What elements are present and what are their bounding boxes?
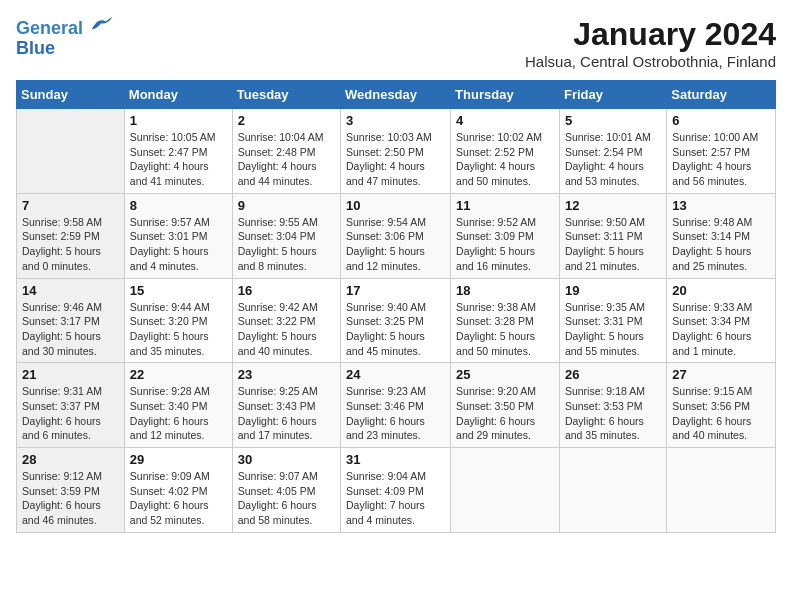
calendar-cell: 10Sunrise: 9:54 AM Sunset: 3:06 PM Dayli… xyxy=(341,193,451,278)
day-info: Sunrise: 9:23 AM Sunset: 3:46 PM Dayligh… xyxy=(346,384,445,443)
day-info: Sunrise: 9:57 AM Sunset: 3:01 PM Dayligh… xyxy=(130,215,227,274)
calendar-cell xyxy=(451,448,560,533)
calendar-cell: 29Sunrise: 9:09 AM Sunset: 4:02 PM Dayli… xyxy=(124,448,232,533)
day-info: Sunrise: 10:01 AM Sunset: 2:54 PM Daylig… xyxy=(565,130,661,189)
calendar-cell: 22Sunrise: 9:28 AM Sunset: 3:40 PM Dayli… xyxy=(124,363,232,448)
day-number: 6 xyxy=(672,113,770,128)
weekday-header-row: SundayMondayTuesdayWednesdayThursdayFrid… xyxy=(17,81,776,109)
calendar-table: SundayMondayTuesdayWednesdayThursdayFrid… xyxy=(16,80,776,533)
day-info: Sunrise: 9:15 AM Sunset: 3:56 PM Dayligh… xyxy=(672,384,770,443)
day-number: 17 xyxy=(346,283,445,298)
day-number: 25 xyxy=(456,367,554,382)
calendar-cell xyxy=(559,448,666,533)
weekday-header-monday: Monday xyxy=(124,81,232,109)
day-info: Sunrise: 9:31 AM Sunset: 3:37 PM Dayligh… xyxy=(22,384,119,443)
day-info: Sunrise: 9:18 AM Sunset: 3:53 PM Dayligh… xyxy=(565,384,661,443)
day-info: Sunrise: 9:12 AM Sunset: 3:59 PM Dayligh… xyxy=(22,469,119,528)
page-header: General Blue January 2024 Halsua, Centra… xyxy=(16,16,776,70)
day-number: 16 xyxy=(238,283,335,298)
day-number: 8 xyxy=(130,198,227,213)
calendar-cell: 3Sunrise: 10:03 AM Sunset: 2:50 PM Dayli… xyxy=(341,109,451,194)
day-info: Sunrise: 10:04 AM Sunset: 2:48 PM Daylig… xyxy=(238,130,335,189)
day-number: 2 xyxy=(238,113,335,128)
weekday-header-tuesday: Tuesday xyxy=(232,81,340,109)
week-row-2: 7Sunrise: 9:58 AM Sunset: 2:59 PM Daylig… xyxy=(17,193,776,278)
calendar-cell: 28Sunrise: 9:12 AM Sunset: 3:59 PM Dayli… xyxy=(17,448,125,533)
day-number: 12 xyxy=(565,198,661,213)
day-info: Sunrise: 9:38 AM Sunset: 3:28 PM Dayligh… xyxy=(456,300,554,359)
calendar-cell: 19Sunrise: 9:35 AM Sunset: 3:31 PM Dayli… xyxy=(559,278,666,363)
calendar-cell: 24Sunrise: 9:23 AM Sunset: 3:46 PM Dayli… xyxy=(341,363,451,448)
month-title: January 2024 xyxy=(525,16,776,53)
day-info: Sunrise: 9:07 AM Sunset: 4:05 PM Dayligh… xyxy=(238,469,335,528)
weekday-header-thursday: Thursday xyxy=(451,81,560,109)
day-info: Sunrise: 9:35 AM Sunset: 3:31 PM Dayligh… xyxy=(565,300,661,359)
day-number: 3 xyxy=(346,113,445,128)
day-info: Sunrise: 10:03 AM Sunset: 2:50 PM Daylig… xyxy=(346,130,445,189)
calendar-cell: 8Sunrise: 9:57 AM Sunset: 3:01 PM Daylig… xyxy=(124,193,232,278)
title-block: January 2024 Halsua, Central Ostrobothni… xyxy=(525,16,776,70)
weekday-header-wednesday: Wednesday xyxy=(341,81,451,109)
day-number: 18 xyxy=(456,283,554,298)
calendar-cell: 12Sunrise: 9:50 AM Sunset: 3:11 PM Dayli… xyxy=(559,193,666,278)
day-info: Sunrise: 9:40 AM Sunset: 3:25 PM Dayligh… xyxy=(346,300,445,359)
day-number: 21 xyxy=(22,367,119,382)
day-number: 7 xyxy=(22,198,119,213)
day-info: Sunrise: 10:00 AM Sunset: 2:57 PM Daylig… xyxy=(672,130,770,189)
day-info: Sunrise: 9:55 AM Sunset: 3:04 PM Dayligh… xyxy=(238,215,335,274)
calendar-cell: 25Sunrise: 9:20 AM Sunset: 3:50 PM Dayli… xyxy=(451,363,560,448)
day-number: 14 xyxy=(22,283,119,298)
location: Halsua, Central Ostrobothnia, Finland xyxy=(525,53,776,70)
day-info: Sunrise: 9:54 AM Sunset: 3:06 PM Dayligh… xyxy=(346,215,445,274)
weekday-header-sunday: Sunday xyxy=(17,81,125,109)
day-info: Sunrise: 9:48 AM Sunset: 3:14 PM Dayligh… xyxy=(672,215,770,274)
weekday-header-saturday: Saturday xyxy=(667,81,776,109)
day-number: 31 xyxy=(346,452,445,467)
calendar-cell: 23Sunrise: 9:25 AM Sunset: 3:43 PM Dayli… xyxy=(232,363,340,448)
logo-general: General xyxy=(16,18,83,38)
calendar-cell: 11Sunrise: 9:52 AM Sunset: 3:09 PM Dayli… xyxy=(451,193,560,278)
day-info: Sunrise: 9:04 AM Sunset: 4:09 PM Dayligh… xyxy=(346,469,445,528)
week-row-1: 1Sunrise: 10:05 AM Sunset: 2:47 PM Dayli… xyxy=(17,109,776,194)
day-number: 23 xyxy=(238,367,335,382)
calendar-cell: 13Sunrise: 9:48 AM Sunset: 3:14 PM Dayli… xyxy=(667,193,776,278)
day-number: 13 xyxy=(672,198,770,213)
calendar-cell: 9Sunrise: 9:55 AM Sunset: 3:04 PM Daylig… xyxy=(232,193,340,278)
day-number: 15 xyxy=(130,283,227,298)
calendar-cell xyxy=(17,109,125,194)
day-number: 28 xyxy=(22,452,119,467)
day-number: 4 xyxy=(456,113,554,128)
day-number: 9 xyxy=(238,198,335,213)
day-info: Sunrise: 10:02 AM Sunset: 2:52 PM Daylig… xyxy=(456,130,554,189)
logo-bird-icon xyxy=(90,14,114,34)
day-number: 1 xyxy=(130,113,227,128)
day-info: Sunrise: 9:52 AM Sunset: 3:09 PM Dayligh… xyxy=(456,215,554,274)
calendar-cell: 21Sunrise: 9:31 AM Sunset: 3:37 PM Dayli… xyxy=(17,363,125,448)
day-number: 22 xyxy=(130,367,227,382)
day-number: 26 xyxy=(565,367,661,382)
calendar-cell: 6Sunrise: 10:00 AM Sunset: 2:57 PM Dayli… xyxy=(667,109,776,194)
day-number: 20 xyxy=(672,283,770,298)
week-row-3: 14Sunrise: 9:46 AM Sunset: 3:17 PM Dayli… xyxy=(17,278,776,363)
calendar-cell xyxy=(667,448,776,533)
week-row-4: 21Sunrise: 9:31 AM Sunset: 3:37 PM Dayli… xyxy=(17,363,776,448)
calendar-cell: 20Sunrise: 9:33 AM Sunset: 3:34 PM Dayli… xyxy=(667,278,776,363)
day-number: 27 xyxy=(672,367,770,382)
calendar-cell: 14Sunrise: 9:46 AM Sunset: 3:17 PM Dayli… xyxy=(17,278,125,363)
calendar-cell: 17Sunrise: 9:40 AM Sunset: 3:25 PM Dayli… xyxy=(341,278,451,363)
day-number: 11 xyxy=(456,198,554,213)
week-row-5: 28Sunrise: 9:12 AM Sunset: 3:59 PM Dayli… xyxy=(17,448,776,533)
day-info: Sunrise: 9:28 AM Sunset: 3:40 PM Dayligh… xyxy=(130,384,227,443)
day-info: Sunrise: 9:58 AM Sunset: 2:59 PM Dayligh… xyxy=(22,215,119,274)
calendar-cell: 5Sunrise: 10:01 AM Sunset: 2:54 PM Dayli… xyxy=(559,109,666,194)
day-info: Sunrise: 9:42 AM Sunset: 3:22 PM Dayligh… xyxy=(238,300,335,359)
calendar-cell: 30Sunrise: 9:07 AM Sunset: 4:05 PM Dayli… xyxy=(232,448,340,533)
day-info: Sunrise: 9:20 AM Sunset: 3:50 PM Dayligh… xyxy=(456,384,554,443)
day-info: Sunrise: 9:50 AM Sunset: 3:11 PM Dayligh… xyxy=(565,215,661,274)
day-number: 5 xyxy=(565,113,661,128)
calendar-cell: 16Sunrise: 9:42 AM Sunset: 3:22 PM Dayli… xyxy=(232,278,340,363)
calendar-cell: 18Sunrise: 9:38 AM Sunset: 3:28 PM Dayli… xyxy=(451,278,560,363)
calendar-cell: 7Sunrise: 9:58 AM Sunset: 2:59 PM Daylig… xyxy=(17,193,125,278)
logo: General Blue xyxy=(16,16,114,59)
logo-blue: Blue xyxy=(16,38,55,58)
